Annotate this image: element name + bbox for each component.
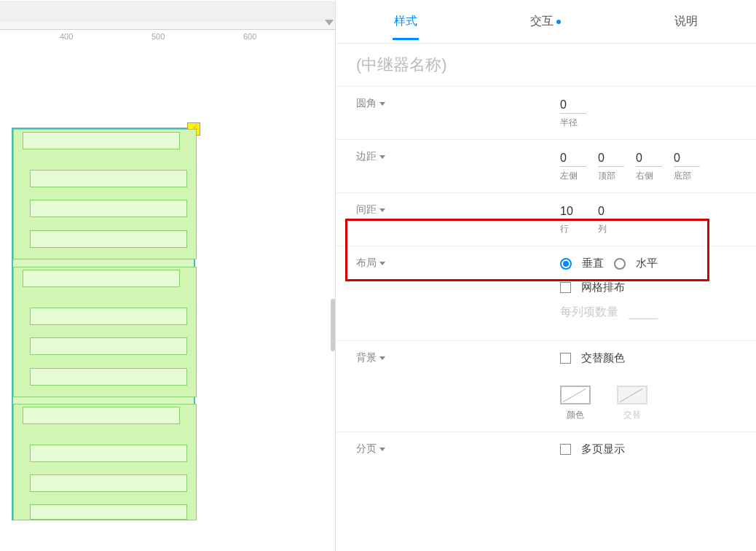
shape[interactable]: [30, 230, 187, 248]
scrollbar-thumb[interactable]: [331, 299, 335, 351]
shape[interactable]: [30, 504, 187, 520]
caret-down-icon: [379, 208, 385, 212]
ruler-dropdown-icon[interactable]: [325, 20, 334, 26]
tab-notes[interactable]: 说明: [616, 14, 756, 29]
per-col-label: 每列项数量: [560, 305, 618, 320]
tab-interaction[interactable]: 交互: [476, 14, 615, 29]
checkbox-grid[interactable]: [560, 282, 571, 293]
label-padding[interactable]: 边距: [356, 150, 553, 182]
sub: 行: [560, 223, 569, 235]
swatch-label: 颜色: [567, 409, 584, 421]
swatch-label: 交替: [623, 409, 641, 421]
caret-down-icon: [379, 102, 385, 106]
repeater-widget[interactable]: ⚡: [12, 128, 195, 520]
ruler-horizontal: [0, 21, 335, 30]
panel-tabs: 样式 交互 说明: [336, 0, 756, 44]
sub: 右侧: [636, 170, 653, 182]
shape[interactable]: [30, 445, 187, 462]
properties-panel: 样式 交互 说明 (中继器名称) 圆角 半径 边距 左侧 顶部 右侧 底部 间距…: [335, 0, 756, 551]
spacing-row-input[interactable]: [560, 203, 586, 220]
padding-left-input[interactable]: [560, 150, 586, 167]
section-background: 背景 交替颜色 颜色 交替: [336, 340, 756, 431]
tab-style[interactable]: 样式: [336, 14, 476, 29]
dot-icon: [556, 20, 561, 24]
radio-vertical-label[interactable]: 垂直: [582, 257, 604, 270]
caret-down-icon: [379, 155, 385, 159]
shape[interactable]: [30, 200, 187, 217]
checkbox-alt-color[interactable]: [560, 353, 571, 364]
shape[interactable]: [23, 270, 180, 287]
shape[interactable]: [30, 170, 187, 187]
canvas-area[interactable]: 400 500 600 ⚡: [0, 0, 335, 551]
shape[interactable]: [30, 337, 187, 355]
radius-sublabel: 半径: [560, 117, 578, 129]
shape[interactable]: [23, 132, 180, 149]
section-layout: 布局 垂直 水平 网格排布 每列项数量: [336, 246, 756, 340]
checkbox-alt-label[interactable]: 交替颜色: [581, 351, 625, 365]
checkbox-multipage-label[interactable]: 多页显示: [581, 442, 625, 456]
repeater-item[interactable]: [13, 129, 197, 259]
radius-field: 半径: [560, 97, 586, 129]
radio-horizontal[interactable]: [614, 258, 626, 270]
label-radius[interactable]: 圆角: [356, 97, 553, 129]
ruler-tick: 400: [60, 32, 73, 41]
shape[interactable]: [23, 407, 180, 424]
repeater-item[interactable]: [13, 267, 197, 397]
caret-down-icon: [379, 262, 385, 265]
spacing-col-input[interactable]: [598, 203, 624, 220]
shape[interactable]: [30, 474, 187, 492]
widget-name-input[interactable]: (中继器名称): [336, 44, 756, 86]
sub: 底部: [674, 170, 691, 182]
label-layout[interactable]: 布局: [356, 257, 553, 270]
section-radius: 圆角 半径: [336, 86, 756, 139]
label-background[interactable]: 背景: [356, 351, 553, 364]
label-spacing[interactable]: 间距: [356, 203, 553, 235]
padding-top-input[interactable]: [598, 150, 624, 167]
label-paging[interactable]: 分页: [356, 442, 553, 466]
section-spacing: 间距 行 列: [336, 192, 756, 246]
per-col-input[interactable]: [629, 306, 658, 319]
checkbox-grid-label[interactable]: 网格排布: [581, 281, 625, 294]
repeater-item[interactable]: [13, 404, 197, 520]
color-swatch[interactable]: [560, 386, 591, 405]
radius-input[interactable]: [560, 97, 586, 114]
radio-horizontal-label[interactable]: 水平: [636, 257, 658, 270]
ruler-tick: 500: [151, 32, 165, 41]
radio-vertical[interactable]: [560, 258, 572, 270]
section-paging: 分页 多页显示: [336, 431, 756, 477]
sub: 顶部: [598, 170, 615, 182]
section-padding: 边距 左侧 顶部 右侧 底部: [336, 139, 756, 192]
checkbox-multipage[interactable]: [560, 444, 571, 455]
caret-down-icon: [379, 356, 385, 360]
ruler-tick: 600: [243, 32, 256, 41]
sub: 列: [598, 223, 607, 235]
sub: 左侧: [560, 170, 578, 182]
caret-down-icon: [379, 448, 385, 451]
shape[interactable]: [30, 308, 187, 325]
padding-right-input[interactable]: [636, 150, 662, 167]
padding-bottom-input[interactable]: [674, 150, 700, 167]
alt-swatch[interactable]: [617, 386, 647, 405]
shape[interactable]: [30, 368, 187, 386]
